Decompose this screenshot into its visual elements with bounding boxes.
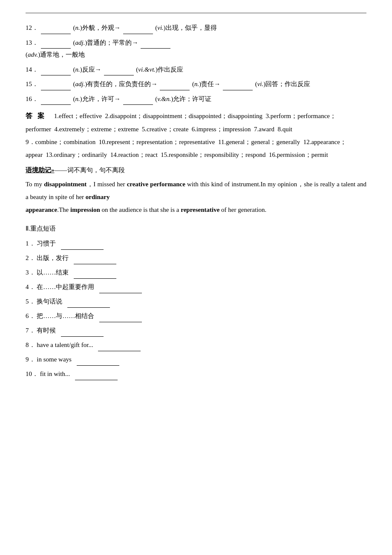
phrase-text-1: 习惯于: [37, 240, 56, 247]
phrase-blank-1: [61, 249, 104, 250]
context-of: of her generation.: [219, 206, 266, 213]
phrase-text-10: fit in with...: [40, 370, 70, 377]
item-16: 16． (n.)允许，许可→ (v.&n.)允许；许可证: [26, 93, 366, 105]
item-12-num: 12．: [26, 24, 38, 31]
phrase-text-8: have a talent/gift for...: [37, 341, 93, 348]
phrase-num-3: 3．: [26, 269, 35, 276]
phrase-num-9: 9．: [26, 356, 35, 363]
phrase-item-9: 9． in some ways: [26, 353, 366, 366]
context-the: .The: [57, 206, 70, 213]
phrase-blank-9: [77, 365, 119, 366]
item-15: 15． (adj.)有责任的，应负责任的→ (n.)责任→ (vi.)回答；作出…: [26, 78, 366, 90]
item-12: 12． (n.)外貌，外观→ (vi.)出现，似乎，显得: [26, 22, 366, 34]
blank-13-1: [41, 42, 71, 49]
phrase-num-1: 1．: [26, 240, 35, 247]
blank-12-2: [123, 28, 153, 34]
phrase-text-6: 把……与……相结合: [37, 312, 94, 319]
answer-label: 答 案: [26, 112, 46, 119]
phrase-num-8: 8．: [26, 341, 35, 348]
phrase-item-8: 8． have a talent/gift for...: [26, 338, 366, 351]
phrase-num-7: 7．: [26, 327, 35, 334]
arrow-14: →: [95, 66, 101, 73]
phrase-num-4: 4．: [26, 283, 35, 290]
phrase-blank-6: [99, 322, 142, 322]
phrase-blank-5: [67, 307, 110, 308]
phrase-blank-8: [98, 351, 141, 351]
blank-12-1: [41, 28, 71, 34]
phrase-blank-10: [75, 380, 118, 380]
phrase-item-6: 6． 把……与……相结合: [26, 309, 366, 322]
arrow-15-2: →: [214, 81, 220, 87]
phrase-num-10: 10．: [26, 370, 38, 377]
phrase-num-5: 5．: [26, 298, 35, 305]
top-divider: [26, 13, 366, 13]
item-14: 14． (n.)反应→ (vi.&vt.)作出反应: [26, 64, 366, 76]
blank-14-1: [41, 69, 71, 75]
context-bold-representative: representative: [181, 206, 219, 213]
item-13: 13． (adj.)普通的；平常的→ (adv.)通常地，一般地: [26, 37, 366, 61]
phrase-blank-2: [74, 264, 116, 264]
phrase-item-1: 1． 习惯于: [26, 237, 366, 250]
context-bold-disappointment: disappointment: [44, 181, 86, 188]
context-title: 语境助记»: [26, 167, 55, 173]
phrase-item-2: 2． 出版，发行: [26, 251, 366, 264]
context-text: To my disappointment，I missed her creati…: [26, 178, 366, 216]
section2-title: Ⅱ.重点短语: [26, 225, 366, 233]
arrow-15-1: →: [151, 81, 157, 87]
blank-15-2: [160, 84, 190, 90]
phrase-blank-4: [99, 293, 142, 293]
blank-13-2: [141, 42, 170, 49]
arrow-16: →: [114, 95, 121, 102]
phrase-item-4: 4． 在……中起重要作用: [26, 280, 366, 293]
context-bold-ordinary-appearance: ordinary: [86, 194, 110, 200]
blank-15-1: [41, 84, 71, 90]
section2-roman: Ⅱ.: [26, 225, 30, 232]
phrase-num-2: 2．: [26, 254, 35, 261]
phrase-text-9: in some ways: [37, 356, 72, 363]
phrase-text-7: 有时候: [37, 327, 56, 334]
phrase-item-7: 7． 有时候: [26, 324, 366, 337]
answer-section: 答 案 1.effect；effective 2.disappoint；disa…: [26, 109, 366, 161]
section2-label: 重点短语: [30, 225, 56, 232]
context-bold-creative-performance: creative performance: [127, 181, 185, 188]
blank-15-3: [223, 84, 253, 90]
context-on: on the audience is that she is a: [100, 206, 181, 213]
context-section: 语境助记»——词不离句，句不离段 To my disappointment，I …: [26, 166, 366, 216]
phrase-item-5: 5． 换句话说: [26, 295, 366, 308]
phrase-item-10: 10． fit in with...: [26, 367, 366, 380]
context-subtitle: ——词不离句，句不离段: [55, 167, 125, 173]
blank-16-1: [41, 98, 71, 105]
phrase-text-2: 出版，发行: [37, 254, 69, 261]
section2: Ⅱ.重点短语 1． 习惯于 2． 出版，发行 3． 以……结束 4． 在……中起…: [26, 225, 366, 380]
item-14-num: 14．: [26, 66, 38, 73]
phrase-text-5: 换句话说: [37, 298, 62, 305]
context-title-wrapper: 语境助记»——词不离句，句不离段: [26, 166, 366, 174]
answer-line-2: 9．combine；combination 10.represent；repre…: [26, 139, 346, 158]
item-16-num: 16．: [26, 95, 38, 102]
blank-16-2: [123, 98, 153, 105]
phrase-text-3: 以……结束: [37, 269, 69, 276]
arrow-12-1: →: [114, 24, 121, 31]
arrow-13: →: [132, 39, 138, 46]
phrase-blank-3: [74, 278, 116, 279]
context-bold-appearance: appearance: [26, 206, 57, 213]
blank-14-2: [104, 69, 134, 75]
phrase-item-3: 3． 以……结束: [26, 266, 366, 279]
item-15-num: 15．: [26, 81, 38, 87]
context-bold-impression: impression: [70, 206, 100, 213]
item-13-num: 13．: [26, 39, 38, 46]
phrase-text-4: 在……中起重要作用: [37, 283, 94, 290]
context-text-to: To my: [26, 181, 44, 188]
context-comma: ，I missed her: [86, 181, 127, 188]
phrase-num-6: 6．: [26, 312, 35, 319]
answer-line-1: 1.effect；effective 2.disappoint；disappoi…: [26, 113, 336, 133]
phrase-blank-7: [61, 336, 104, 337]
